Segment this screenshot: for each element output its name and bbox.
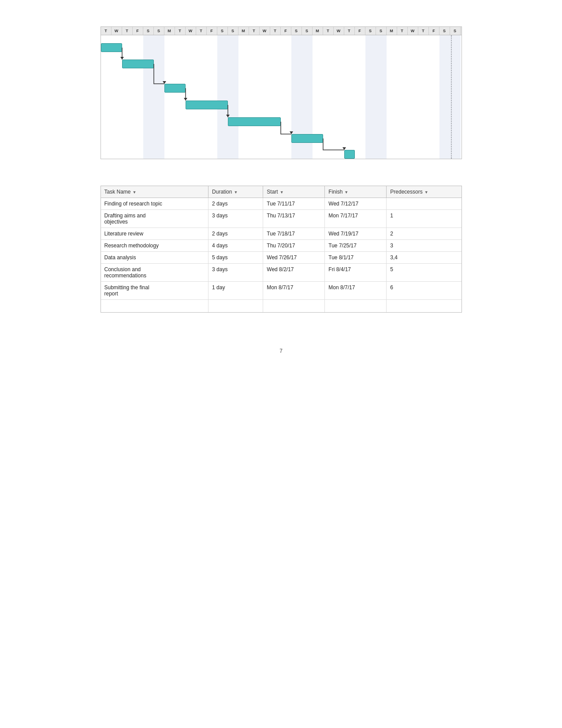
gantt-header-cell: T — [397, 27, 408, 35]
gantt-header-cell: M — [387, 27, 397, 35]
gantt-header-cell: S — [154, 27, 164, 35]
dropdown-icon[interactable]: ▼ — [424, 190, 428, 194]
table-cell-predecessors: 3 — [387, 240, 462, 252]
table-cell-task: Drafting aims andobjectives — [101, 210, 208, 228]
gantt-header-cell: S — [143, 27, 154, 35]
task4-bar — [186, 101, 228, 109]
table-header-finish: Finish▼ — [325, 186, 387, 198]
table-cell-start — [263, 300, 325, 312]
table-cell-start: Thu 7/20/17 — [263, 240, 325, 252]
dropdown-icon[interactable]: ▼ — [280, 190, 284, 194]
gantt-header-cell: S — [450, 27, 461, 35]
gantt-header-cell: W — [186, 27, 196, 35]
table-row: Drafting aims andobjectives3 daysThu 7/1… — [101, 210, 462, 228]
gantt-header-cell: F — [355, 27, 365, 35]
gantt-header-cell: F — [429, 27, 439, 35]
table-cell-predecessors — [387, 300, 462, 312]
table-cell-finish: Mon 8/7/17 — [325, 282, 387, 300]
gantt-header-cell: T — [344, 27, 355, 35]
page-container: TWTFSSMTWTFSSMTWTFSSMTWTFSSMTWTFSSM Task… — [72, 0, 491, 372]
gantt-header-cell: F — [207, 27, 217, 35]
task6-bar — [291, 134, 323, 143]
data-table-wrapper: Task Name▼Duration▼Start▼Finish▼Predeces… — [100, 186, 462, 313]
gantt-header-cell: S — [302, 27, 313, 35]
page-number: 7 — [279, 348, 283, 354]
table-cell-predecessors: 6 — [387, 282, 462, 300]
table-cell-finish — [325, 300, 387, 312]
table-row: Finding of research topic2 daysTue 7/11/… — [101, 198, 462, 210]
table-header-row: Task Name▼Duration▼Start▼Finish▼Predeces… — [101, 186, 462, 198]
weekend-column — [154, 35, 164, 159]
table-row: Submitting the finalreport1 dayMon 8/7/1… — [101, 282, 462, 300]
dropdown-icon[interactable]: ▼ — [133, 190, 137, 194]
task2-bar — [122, 60, 154, 68]
weekend-column — [217, 35, 228, 159]
table-cell-task — [101, 300, 208, 312]
gantt-header-cell: T — [418, 27, 429, 35]
gantt-header-cell: F — [133, 27, 143, 35]
table-cell-duration: 2 days — [208, 228, 263, 240]
table-cell-duration — [208, 300, 263, 312]
table-cell-predecessors: 3,4 — [387, 252, 462, 264]
gantt-header-cell: T — [249, 27, 260, 35]
table-cell-finish: Mon 7/17/17 — [325, 210, 387, 228]
table-header-predecessors: Predecessors▼ — [387, 186, 462, 198]
table-cell-finish: Tue 8/1/17 — [325, 252, 387, 264]
table-cell-start: Wed 8/2/17 — [263, 264, 325, 282]
gantt-header-cell: S — [365, 27, 376, 35]
table-cell-duration: 1 day — [208, 282, 263, 300]
table-cell-finish: Fri 8/4/17 — [325, 264, 387, 282]
task3-bar — [164, 84, 186, 93]
table-cell-start: Wed 7/26/17 — [263, 252, 325, 264]
gantt-header-cell: S — [228, 27, 238, 35]
gantt-header: TWTFSSMTWTFSSMTWTFSSMTWTFSSMTWTFSSM — [101, 27, 462, 35]
weekend-column — [376, 35, 387, 159]
gantt-header-cell: S — [376, 27, 387, 35]
weekend-column — [439, 35, 450, 159]
weekend-column — [228, 35, 238, 159]
table-cell-predecessors: 5 — [387, 264, 462, 282]
gantt-header-cell: W — [260, 27, 270, 35]
table-cell-task: Data analysis — [101, 252, 208, 264]
gantt-header-cell: T — [196, 27, 207, 35]
table-cell-start: Thu 7/13/17 — [263, 210, 325, 228]
gantt-body — [101, 35, 462, 159]
data-table: Task Name▼Duration▼Start▼Finish▼Predeces… — [101, 186, 462, 312]
gantt-header-cell: S — [439, 27, 450, 35]
table-cell-predecessors: 2 — [387, 228, 462, 240]
table-cell-duration: 2 days — [208, 198, 263, 210]
table-cell-duration: 4 days — [208, 240, 263, 252]
gantt-header-cell: T — [323, 27, 334, 35]
table-cell-task: Research methodology — [101, 240, 208, 252]
dropdown-icon[interactable]: ▼ — [344, 190, 348, 194]
gantt-header-cell: S — [291, 27, 302, 35]
table-cell-duration: 3 days — [208, 264, 263, 282]
gantt-header-cell: T — [101, 27, 112, 35]
table-cell-finish: Wed 7/19/17 — [325, 228, 387, 240]
table-cell-task: Finding of research topic — [101, 198, 208, 210]
table-row: Conclusion andrecommendations3 daysWed 8… — [101, 264, 462, 282]
table-cell-start: Mon 8/7/17 — [263, 282, 325, 300]
table-row: Literature review2 daysTue 7/18/17Wed 7/… — [101, 228, 462, 240]
gantt-header-cell: W — [408, 27, 418, 35]
weekend-column — [365, 35, 376, 159]
task1-bar — [101, 43, 122, 52]
table-cell-start: Tue 7/11/17 — [263, 198, 325, 210]
table-cell-predecessors: 1 — [387, 210, 462, 228]
gantt-header-cell: W — [112, 27, 122, 35]
table-body: Finding of research topic2 daysTue 7/11/… — [101, 198, 462, 312]
dropdown-icon[interactable]: ▼ — [234, 190, 238, 194]
weekend-column — [143, 35, 154, 159]
table-cell-start: Tue 7/18/17 — [263, 228, 325, 240]
gantt-header-cell: M — [313, 27, 323, 35]
gantt-header-cell: M — [238, 27, 249, 35]
gantt-header-cell: M — [461, 27, 462, 35]
table-header-start: Start▼ — [263, 186, 325, 198]
table-row: Research methodology4 daysThu 7/20/17Tue… — [101, 240, 462, 252]
gantt-header-cell: S — [217, 27, 228, 35]
gantt-header-cell: T — [270, 27, 281, 35]
gantt-header-cell: W — [334, 27, 344, 35]
task5-bar — [228, 117, 281, 126]
weekend-column — [450, 35, 461, 159]
table-cell-duration: 3 days — [208, 210, 263, 228]
